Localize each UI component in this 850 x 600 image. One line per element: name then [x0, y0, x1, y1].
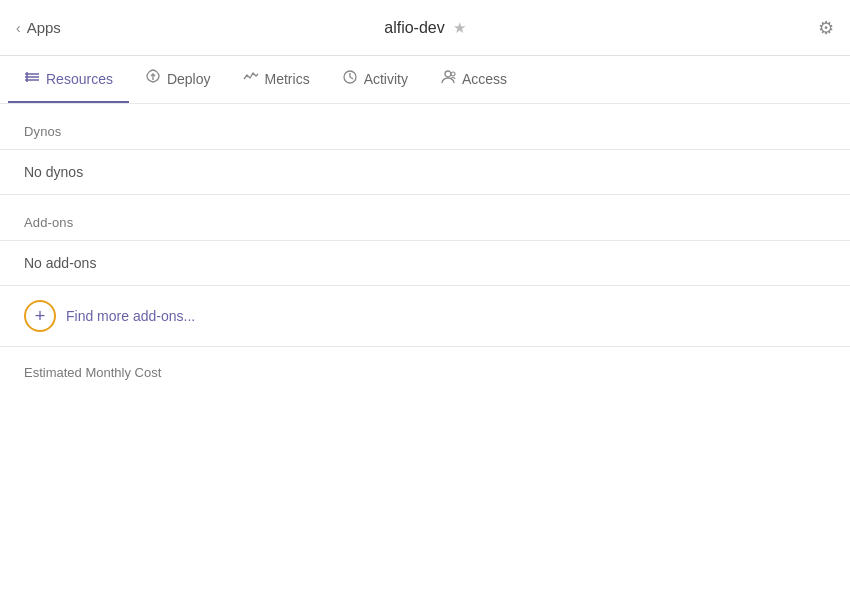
resources-icon — [24, 69, 40, 88]
addons-empty: No add-ons — [0, 241, 850, 285]
main-content: Dynos No dynos Add-ons No add-ons + Find… — [0, 104, 850, 398]
top-bar-right: ⚙ — [818, 17, 834, 39]
metrics-icon — [243, 69, 259, 88]
dynos-section: Dynos No dynos — [0, 104, 850, 195]
plus-icon: + — [35, 306, 46, 327]
tab-metrics[interactable]: Metrics — [227, 56, 326, 103]
addons-header: Add-ons — [0, 195, 850, 240]
nav-tabs: Resources Deploy Metrics Activit — [0, 56, 850, 104]
back-nav[interactable]: ‹ Apps — [16, 19, 61, 36]
settings-icon[interactable]: ⚙ — [818, 17, 834, 39]
add-addon-button[interactable]: + — [24, 300, 56, 332]
addons-section: Add-ons No add-ons — [0, 195, 850, 286]
activity-icon — [342, 69, 358, 88]
back-arrow-icon: ‹ — [16, 20, 21, 36]
access-icon — [440, 69, 456, 88]
tab-activity-label: Activity — [364, 71, 408, 87]
top-bar: ‹ Apps alfio-dev ★ ⚙ — [0, 0, 850, 56]
apps-link[interactable]: Apps — [27, 19, 61, 36]
dynos-empty: No dynos — [0, 150, 850, 194]
tab-resources[interactable]: Resources — [8, 56, 129, 103]
tab-access-label: Access — [462, 71, 507, 87]
find-more-addons-link[interactable]: Find more add-ons... — [66, 308, 195, 324]
tab-resources-label: Resources — [46, 71, 113, 87]
dynos-header: Dynos — [0, 104, 850, 149]
tab-access[interactable]: Access — [424, 56, 523, 103]
monthly-cost: Estimated Monthly Cost — [0, 347, 850, 398]
tab-deploy-label: Deploy — [167, 71, 211, 87]
tab-metrics-label: Metrics — [265, 71, 310, 87]
svg-point-6 — [445, 71, 451, 77]
tab-deploy[interactable]: Deploy — [129, 56, 227, 103]
app-name: alfio-dev — [384, 19, 444, 37]
favorite-icon[interactable]: ★ — [453, 19, 466, 37]
deploy-icon — [145, 69, 161, 88]
find-more-addons-row: + Find more add-ons... — [0, 286, 850, 347]
tab-activity[interactable]: Activity — [326, 56, 424, 103]
app-title-area: alfio-dev ★ — [384, 19, 465, 37]
